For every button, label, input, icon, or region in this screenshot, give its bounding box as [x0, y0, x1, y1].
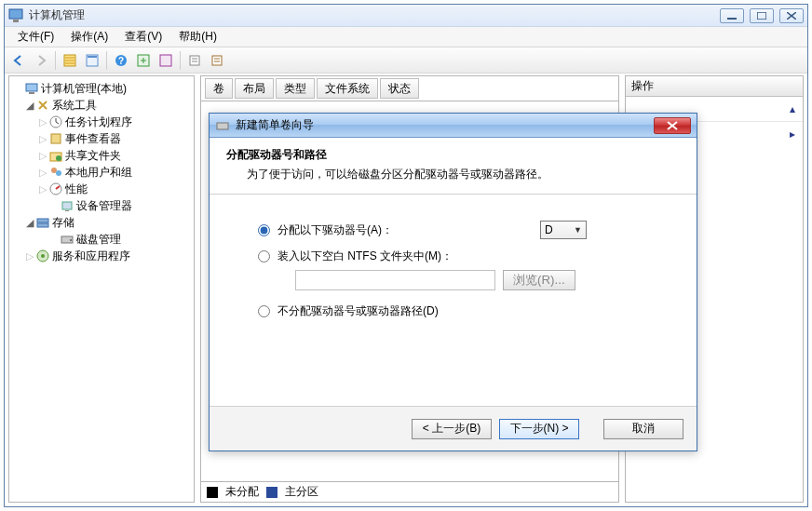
label-no-assign: 不分配驱动器号或驱动器路径(D) [277, 303, 439, 319]
expand-icon[interactable]: ▷ [37, 167, 48, 179]
tree-devmgr[interactable]: 设备管理器 [11, 197, 192, 214]
wizard-header: 分配驱动器号和路径 为了便于访问，可以给磁盘分区分配驱动器号或驱动器路径。 [210, 138, 697, 195]
next-button[interactable]: 下一步(N) > [499, 419, 579, 439]
menu-action[interactable]: 操作(A) [63, 27, 115, 47]
wizard-body: 分配以下驱动器号(A)： D ▼ 装入以下空白 NTFS 文件夹中(M)： 浏览… [210, 195, 697, 406]
label-mount-folder: 装入以下空白 NTFS 文件夹中(M)： [277, 249, 453, 264]
app-icon [8, 8, 23, 23]
collapse-icon[interactable]: ◢ [24, 100, 35, 112]
toolbar-separator [106, 51, 107, 70]
tree-perf[interactable]: ▷ 性能 [11, 181, 192, 197]
option-mount-folder[interactable]: 装入以下空白 NTFS 文件夹中(M)： [258, 249, 670, 264]
tree-shared[interactable]: ▷ 共享文件夹 [11, 147, 192, 164]
toolbar-icon[interactable] [156, 50, 176, 71]
expand-icon[interactable]: ▷ [37, 183, 48, 195]
toolbar-separator [180, 51, 181, 70]
svg-text:?: ? [118, 56, 124, 66]
maximize-button[interactable] [750, 8, 774, 23]
svg-rect-1 [13, 20, 19, 22]
mount-path-row: 浏览(R)... [277, 270, 670, 290]
svg-rect-12 [160, 55, 171, 66]
wizard-heading: 分配驱动器号和路径 [226, 147, 680, 163]
computer-icon [24, 81, 39, 96]
window-title: 计算机管理 [29, 7, 720, 23]
help-button[interactable]: ? [111, 50, 131, 71]
tree-storage[interactable]: ◢ 存储 [11, 214, 192, 231]
forward-button[interactable] [31, 50, 51, 71]
collapse-icon[interactable]: ◢ [24, 217, 35, 229]
close-icon [667, 121, 678, 130]
new-volume-wizard-dialog: 新建简单卷向导 分配驱动器号和路径 为了便于访问，可以给磁盘分区分配驱动器号或驱… [209, 113, 697, 451]
tree-services[interactable]: ▷ 服务和应用程序 [11, 248, 192, 264]
expand-icon[interactable]: ▷ [37, 133, 48, 145]
tree-eventviewer[interactable]: ▷ 事件查看器 [11, 130, 192, 147]
wizard-close-button[interactable] [654, 117, 691, 134]
radio-mount-folder[interactable] [258, 250, 270, 262]
option-assign-letter[interactable]: 分配以下驱动器号(A)： D ▼ [258, 221, 670, 239]
svg-rect-14 [212, 56, 222, 65]
svg-rect-27 [37, 223, 48, 227]
collapse-arrow-icon: ▴ [790, 102, 795, 115]
storage-icon [35, 215, 50, 230]
back-button[interactable] [8, 50, 29, 71]
menu-help[interactable]: 帮助(H) [171, 27, 224, 47]
swatch-unallocated [207, 487, 218, 498]
svg-rect-8 [88, 56, 97, 58]
disk-icon [60, 232, 74, 247]
properties-button[interactable] [82, 50, 102, 71]
col-layout[interactable]: 布局 [235, 78, 274, 99]
legend-bar: 未分配 主分区 [201, 481, 618, 502]
radio-no-assign[interactable] [258, 305, 270, 317]
svg-rect-0 [9, 9, 22, 19]
svg-rect-25 [65, 210, 69, 211]
tools-icon [35, 98, 50, 113]
col-type[interactable]: 类型 [276, 78, 315, 99]
back-button[interactable]: < 上一步(B) [412, 419, 492, 439]
titlebar: 计算机管理 [5, 5, 807, 27]
svg-point-31 [41, 254, 45, 258]
menu-file[interactable]: 文件(F) [10, 27, 61, 47]
show-hide-tree-button[interactable] [60, 50, 80, 71]
svg-rect-26 [37, 219, 48, 222]
cancel-button[interactable]: 取消 [603, 419, 683, 439]
radio-assign-letter[interactable] [258, 224, 270, 236]
toolbar-icon[interactable] [184, 50, 205, 71]
drive-letter-value: D [545, 223, 553, 236]
svg-point-21 [51, 168, 57, 173]
swatch-primary [266, 487, 277, 498]
expand-icon[interactable]: ▷ [24, 250, 35, 262]
more-arrow-icon: ▸ [790, 128, 795, 141]
wizard-titlebar[interactable]: 新建简单卷向导 [210, 114, 697, 138]
col-volume[interactable]: 卷 [205, 78, 233, 99]
tree-systools[interactable]: ◢ 系统工具 [11, 97, 192, 114]
tree-users[interactable]: ▷ 本地用户和组 [11, 164, 192, 181]
option-no-assign[interactable]: 不分配驱动器号或驱动器路径(D) [258, 303, 670, 319]
expand-icon[interactable]: ▷ [37, 116, 48, 128]
tree-diskmgmt[interactable]: 磁盘管理 [11, 231, 192, 248]
tree-scheduler[interactable]: ▷ 任务计划程序 [11, 114, 192, 130]
svg-point-29 [70, 239, 72, 241]
mount-path-input [295, 270, 495, 290]
performance-icon [48, 182, 63, 196]
toolbar-icon[interactable] [207, 50, 227, 71]
users-icon [48, 165, 63, 180]
tree-root[interactable]: 计算机管理(本地) [11, 80, 192, 97]
dropdown-icon: ▼ [574, 225, 582, 235]
device-icon [60, 198, 74, 213]
label-assign-letter: 分配以下驱动器号(A)： [277, 222, 393, 238]
browse-button: 浏览(R)... [503, 270, 575, 290]
refresh-button[interactable] [133, 50, 154, 71]
clock-icon [48, 114, 63, 129]
wizard-title: 新建简单卷向导 [236, 117, 654, 133]
menu-view[interactable]: 查看(V) [117, 27, 169, 47]
svg-rect-18 [51, 134, 61, 143]
close-button[interactable] [779, 8, 804, 23]
expand-icon[interactable]: ▷ [37, 150, 48, 162]
drive-letter-select[interactable]: D ▼ [540, 221, 587, 239]
nav-tree[interactable]: 计算机管理(本地) ◢ 系统工具 ▷ 任务计划程序 ▷ 事件查看器 ▷ 共享文件… [8, 75, 195, 503]
minimize-button[interactable] [720, 8, 744, 23]
col-fs[interactable]: 文件系统 [317, 78, 378, 99]
svg-rect-2 [727, 18, 737, 20]
col-status[interactable]: 状态 [380, 78, 419, 99]
toolbar: ? [5, 47, 807, 74]
